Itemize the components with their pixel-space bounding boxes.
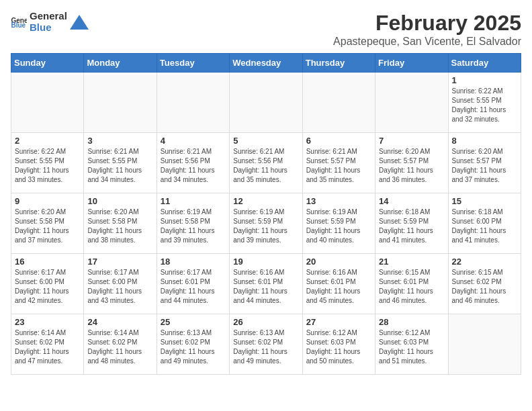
day-info: Sunrise: 6:22 AM Sunset: 5:55 PM Dayligh…: [15, 147, 80, 185]
calendar-cell: 4Sunrise: 6:21 AM Sunset: 5:56 PM Daylig…: [157, 133, 229, 193]
day-info: Sunrise: 6:20 AM Sunset: 5:58 PM Dayligh…: [87, 208, 152, 245]
week-row-0: 1Sunrise: 6:22 AM Sunset: 5:55 PM Daylig…: [11, 73, 521, 133]
calendar-cell: 5Sunrise: 6:21 AM Sunset: 5:56 PM Daylig…: [230, 133, 302, 193]
logo-blue-text: Blue: [30, 22, 67, 34]
calendar-cell: [375, 73, 448, 133]
day-number: 2: [15, 136, 80, 146]
day-number: 25: [161, 317, 226, 327]
calendar-cell: [84, 73, 157, 133]
calendar-cell: 18Sunrise: 6:17 AM Sunset: 6:01 PM Dayli…: [157, 254, 229, 314]
week-row-4: 23Sunrise: 6:14 AM Sunset: 6:02 PM Dayli…: [11, 314, 521, 375]
week-row-3: 16Sunrise: 6:17 AM Sunset: 6:00 PM Dayli…: [11, 254, 521, 314]
day-number: 5: [233, 136, 298, 146]
day-header-monday: Monday: [84, 54, 157, 73]
day-number: 23: [15, 317, 80, 327]
calendar-cell: 21Sunrise: 6:15 AM Sunset: 6:01 PM Dayli…: [375, 254, 448, 314]
day-header-wednesday: Wednesday: [230, 54, 302, 73]
calendar-cell: 19Sunrise: 6:16 AM Sunset: 6:01 PM Dayli…: [230, 254, 302, 314]
day-info: Sunrise: 6:15 AM Sunset: 6:02 PM Dayligh…: [452, 268, 517, 306]
calendar-cell: 17Sunrise: 6:17 AM Sunset: 6:00 PM Dayli…: [84, 254, 157, 314]
calendar-cell: 16Sunrise: 6:17 AM Sunset: 6:00 PM Dayli…: [11, 254, 84, 314]
day-number: 13: [306, 196, 371, 206]
day-info: Sunrise: 6:19 AM Sunset: 5:59 PM Dayligh…: [233, 208, 298, 245]
day-info: Sunrise: 6:13 AM Sunset: 6:02 PM Dayligh…: [161, 328, 226, 366]
day-number: 27: [306, 317, 371, 327]
calendar-table: SundayMondayTuesdayWednesdayThursdayFrid…: [11, 53, 521, 375]
calendar-cell: 13Sunrise: 6:19 AM Sunset: 5:59 PM Dayli…: [302, 193, 375, 254]
day-info: Sunrise: 6:15 AM Sunset: 6:01 PM Dayligh…: [379, 268, 444, 306]
day-info: Sunrise: 6:21 AM Sunset: 5:55 PM Dayligh…: [87, 147, 152, 185]
day-info: Sunrise: 6:18 AM Sunset: 5:59 PM Dayligh…: [379, 208, 444, 245]
day-header-thursday: Thursday: [302, 54, 375, 73]
day-info: Sunrise: 6:20 AM Sunset: 5:57 PM Dayligh…: [379, 147, 444, 185]
day-header-saturday: Saturday: [448, 54, 521, 73]
day-number: 26: [233, 317, 298, 327]
day-number: 18: [161, 257, 226, 267]
calendar-cell: 12Sunrise: 6:19 AM Sunset: 5:59 PM Dayli…: [230, 193, 302, 254]
day-number: 6: [306, 136, 371, 146]
day-number: 21: [379, 257, 444, 267]
calendar-cell: 9Sunrise: 6:20 AM Sunset: 5:58 PM Daylig…: [11, 193, 84, 254]
calendar-cell: 11Sunrise: 6:19 AM Sunset: 5:58 PM Dayli…: [157, 193, 229, 254]
day-number: 12: [233, 196, 298, 206]
calendar-cell: 6Sunrise: 6:21 AM Sunset: 5:57 PM Daylig…: [302, 133, 375, 193]
day-header-sunday: Sunday: [11, 54, 84, 73]
day-number: 19: [233, 257, 298, 267]
calendar-cell: 26Sunrise: 6:13 AM Sunset: 6:02 PM Dayli…: [230, 314, 302, 375]
calendar-cell: 7Sunrise: 6:20 AM Sunset: 5:57 PM Daylig…: [375, 133, 448, 193]
day-info: Sunrise: 6:19 AM Sunset: 5:59 PM Dayligh…: [306, 208, 371, 245]
calendar-cell: 15Sunrise: 6:18 AM Sunset: 6:00 PM Dayli…: [448, 193, 521, 254]
day-header-tuesday: Tuesday: [157, 54, 229, 73]
calendar-cell: 20Sunrise: 6:16 AM Sunset: 6:01 PM Dayli…: [302, 254, 375, 314]
day-number: 15: [452, 196, 517, 206]
day-info: Sunrise: 6:21 AM Sunset: 5:56 PM Dayligh…: [161, 147, 226, 185]
day-info: Sunrise: 6:14 AM Sunset: 6:02 PM Dayligh…: [15, 328, 80, 366]
day-info: Sunrise: 6:12 AM Sunset: 6:03 PM Dayligh…: [379, 328, 444, 366]
calendar-cell: 2Sunrise: 6:22 AM Sunset: 5:55 PM Daylig…: [11, 133, 84, 193]
day-number: 20: [306, 257, 371, 267]
day-number: 28: [379, 317, 444, 327]
calendar-cell: 24Sunrise: 6:14 AM Sunset: 6:02 PM Dayli…: [84, 314, 157, 375]
day-info: Sunrise: 6:13 AM Sunset: 6:02 PM Dayligh…: [233, 328, 298, 366]
title-area: February 2025 Apastepeque, San Vicente, …: [333, 11, 521, 48]
calendar-header-row: SundayMondayTuesdayWednesdayThursdayFrid…: [11, 54, 521, 73]
day-info: Sunrise: 6:17 AM Sunset: 6:00 PM Dayligh…: [15, 268, 80, 306]
calendar-cell: 25Sunrise: 6:13 AM Sunset: 6:02 PM Dayli…: [157, 314, 229, 375]
day-info: Sunrise: 6:17 AM Sunset: 6:00 PM Dayligh…: [87, 268, 152, 306]
calendar-cell: 8Sunrise: 6:20 AM Sunset: 5:57 PM Daylig…: [448, 133, 521, 193]
day-number: 11: [161, 196, 226, 206]
day-info: Sunrise: 6:19 AM Sunset: 5:58 PM Dayligh…: [161, 208, 226, 245]
day-info: Sunrise: 6:17 AM Sunset: 6:01 PM Dayligh…: [161, 268, 226, 306]
day-header-friday: Friday: [375, 54, 448, 73]
day-info: Sunrise: 6:21 AM Sunset: 5:57 PM Dayligh…: [306, 147, 371, 185]
day-number: 16: [15, 257, 80, 267]
calendar-cell: 28Sunrise: 6:12 AM Sunset: 6:03 PM Dayli…: [375, 314, 448, 375]
day-info: Sunrise: 6:12 AM Sunset: 6:03 PM Dayligh…: [306, 328, 371, 366]
day-info: Sunrise: 6:21 AM Sunset: 5:56 PM Dayligh…: [233, 147, 298, 185]
logo-general-text: General: [30, 11, 67, 22]
calendar-cell: [230, 73, 302, 133]
day-info: Sunrise: 6:16 AM Sunset: 6:01 PM Dayligh…: [233, 268, 298, 306]
day-info: Sunrise: 6:20 AM Sunset: 5:57 PM Dayligh…: [452, 147, 517, 185]
svg-marker-2: [70, 15, 89, 30]
calendar-cell: [11, 73, 84, 133]
calendar-cell: 1Sunrise: 6:22 AM Sunset: 5:55 PM Daylig…: [448, 73, 521, 133]
logo-arrow-icon: [70, 15, 89, 30]
day-number: 9: [15, 196, 80, 206]
day-number: 22: [452, 257, 517, 267]
calendar-cell: 23Sunrise: 6:14 AM Sunset: 6:02 PM Dayli…: [11, 314, 84, 375]
logo: General Blue General Blue: [11, 11, 89, 33]
day-info: Sunrise: 6:18 AM Sunset: 6:00 PM Dayligh…: [452, 208, 517, 245]
calendar-cell: 3Sunrise: 6:21 AM Sunset: 5:55 PM Daylig…: [84, 133, 157, 193]
calendar-cell: 10Sunrise: 6:20 AM Sunset: 5:58 PM Dayli…: [84, 193, 157, 254]
day-number: 7: [379, 136, 444, 146]
day-info: Sunrise: 6:14 AM Sunset: 6:02 PM Dayligh…: [87, 328, 152, 366]
day-number: 4: [161, 136, 226, 146]
day-number: 10: [87, 196, 152, 206]
day-info: Sunrise: 6:20 AM Sunset: 5:58 PM Dayligh…: [15, 208, 80, 245]
day-info: Sunrise: 6:22 AM Sunset: 5:55 PM Dayligh…: [452, 87, 517, 124]
day-info: Sunrise: 6:16 AM Sunset: 6:01 PM Dayligh…: [306, 268, 371, 306]
calendar-cell: 22Sunrise: 6:15 AM Sunset: 6:02 PM Dayli…: [448, 254, 521, 314]
calendar-cell: [302, 73, 375, 133]
week-row-2: 9Sunrise: 6:20 AM Sunset: 5:58 PM Daylig…: [11, 193, 521, 254]
